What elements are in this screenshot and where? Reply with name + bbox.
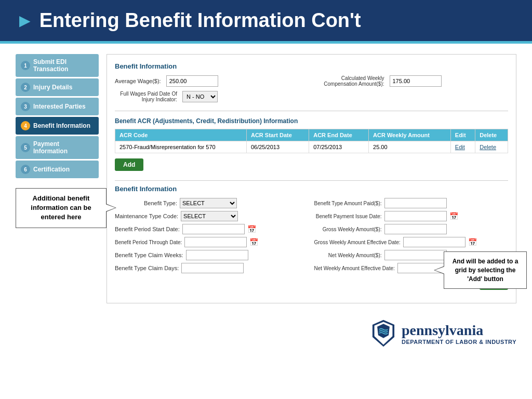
callout-right: And will be added to a grid by selecting… [444, 251, 527, 289]
sidebar-item-injury-details[interactable]: 2 Injury Details [16, 78, 99, 96]
sidebar-item-certification[interactable]: 6 Certification [16, 161, 99, 178]
calendar-icon-4[interactable]: 📅 [468, 238, 477, 246]
calc-weekly-input[interactable] [390, 75, 442, 87]
benefit-period-through-input[interactable] [184, 237, 247, 247]
sidebar-item-label: Certification [33, 166, 70, 173]
gross-weekly-input[interactable] [384, 224, 447, 234]
callout-right-text: And will be added to a grid by selecting… [453, 258, 518, 283]
pa-text: pennsylvania DEPARTMENT OF LABOR & INDUS… [402, 322, 516, 345]
acr-col-delete: Delete [475, 129, 508, 141]
calc-weekly-label: Calculated Weekly Compensation Amount($)… [317, 75, 384, 87]
page-title: Entering Benefit Information Con't [39, 9, 361, 32]
benefit-payment-issue-input[interactable] [384, 211, 447, 221]
right-fields: Calculated Weekly Compensation Amount($)… [317, 75, 509, 91]
sidebar-item-label: Interested Parties [33, 103, 86, 110]
benefit-type-label: Benefit Type: [115, 200, 177, 206]
sidebar-item-label: Injury Details [33, 84, 72, 91]
footer: pennsylvania DEPARTMENT OF LABOR & INDUS… [0, 316, 532, 350]
gross-weekly-effective-input[interactable] [403, 237, 466, 247]
benefit-payment-issue-row: Benefit Payment Issue Date: 📅 [314, 211, 509, 221]
step-1-num: 1 [21, 61, 30, 70]
step-4-num: 4 [21, 121, 30, 130]
benefit-type-select[interactable]: SELECT [180, 198, 237, 208]
benefit-type-row: Benefit Type: SELECT [115, 198, 309, 208]
page-header: ► Entering Benefit Information Con't [0, 0, 532, 41]
arrow-icon: ► [16, 10, 34, 32]
callout-left-text: Additional benefit information can be en… [31, 194, 91, 221]
benefit-info-title: Benefit Information [115, 62, 508, 70]
step-6-num: 6 [21, 165, 30, 174]
benefit-period-start-input[interactable] [182, 224, 245, 234]
benefit-claim-weeks-label: Benefit Type Claim Weeks: [115, 252, 183, 258]
benefit-type-amount-input[interactable] [384, 198, 447, 208]
maintenance-type-row: Maintenance Type Code: SELECT [115, 211, 309, 221]
callout-right-arrow-inner [435, 267, 445, 274]
benefit-claim-weeks-input[interactable] [186, 250, 248, 260]
benefit-section-title: Benefit Information [115, 185, 508, 193]
acr-add-button[interactable]: Add [115, 158, 143, 171]
benefit-claim-weeks-row: Benefit Type Claim Weeks: [115, 250, 309, 260]
avg-wage-input[interactable] [166, 75, 218, 87]
calendar-icon-2[interactable]: 📅 [247, 225, 256, 233]
callout-left-arrow-inner [105, 204, 115, 211]
full-wages-label: Full Wages Paid Date Of Injury Indicator… [115, 91, 177, 102]
pa-name: pennsylvania [402, 322, 516, 339]
avg-wage-row: Average Wage($): [115, 75, 307, 87]
step-5-num: 5 [21, 143, 30, 152]
sidebar-item-label: Submit EDI Transaction [33, 58, 94, 73]
acr-row-start: 06/25/2013 [246, 141, 309, 153]
acr-row-amount: 25.00 [369, 141, 451, 153]
benefit-period-start-label: Benefit Period Start Date: [115, 226, 180, 232]
benefit-period-through-label: Benefit Period Through Date: [115, 240, 182, 245]
gross-weekly-label: Gross Weekly Amount($): [314, 227, 382, 232]
benefit-claim-days-row: Benefit Type Claim Days: [115, 263, 309, 273]
step-2-num: 2 [21, 83, 30, 92]
acr-col-start: ACR Start Date [246, 129, 309, 141]
sidebar: 1 Submit EDI Transaction 2 Injury Detail… [16, 54, 99, 303]
gross-weekly-effective-label: Gross Weekly Amount Effective Date: [314, 240, 401, 245]
gross-weekly-row: Gross Weekly Amount($): [314, 224, 509, 234]
acr-table: ACR Code ACR Start Date ACR End Date ACR… [115, 129, 508, 153]
step-3-num: 3 [21, 102, 30, 111]
pa-dept: DEPARTMENT OF LABOR & INDUSTRY [402, 339, 516, 345]
benefit-claim-days-label: Benefit Type Claim Days: [115, 265, 179, 271]
avg-wage-label: Average Wage($): [115, 78, 161, 84]
full-wages-select[interactable]: N - NO Y - YES [182, 91, 218, 102]
acr-col-code: ACR Code [115, 129, 247, 141]
acr-row-delete[interactable]: Delete [475, 141, 508, 153]
callout-left: Additional benefit information can be en… [16, 188, 107, 228]
benefit-type-amount-label: Benefit Type Amount Paid($): [314, 201, 382, 206]
pa-logo: pennsylvania DEPARTMENT OF LABOR & INDUS… [370, 319, 516, 348]
gross-weekly-effective-row: Gross Weekly Amount Effective Date: 📅 [314, 237, 509, 247]
acr-row-edit[interactable]: Edit [450, 141, 475, 153]
net-weekly-label: Net Weekly Amount($): [314, 252, 382, 258]
acr-col-edit: Edit [450, 129, 475, 141]
sidebar-item-submit-edi[interactable]: 1 Submit EDI Transaction [16, 54, 99, 77]
benefit-type-amount-row: Benefit Type Amount Paid($): [314, 198, 509, 208]
full-wages-row: Full Wages Paid Date Of Injury Indicator… [115, 91, 307, 102]
net-weekly-effective-label: Net Weekly Amount Effective Date: [314, 265, 395, 271]
top-form-section: Average Wage($): Full Wages Paid Date Of… [115, 75, 508, 107]
benefit-period-start-row: Benefit Period Start Date: 📅 [115, 224, 309, 234]
sidebar-item-payment-information[interactable]: 5 Payment Information [16, 136, 99, 159]
left-fields: Average Wage($): Full Wages Paid Date Of… [115, 75, 307, 107]
sidebar-item-benefit-information[interactable]: 4 Benefit Information [16, 117, 99, 135]
benefit-claim-days-input[interactable] [181, 263, 244, 273]
acr-row-end: 07/25/2013 [309, 141, 369, 153]
acr-row-code: 2570-Fraud/Misrepresentation for 570 [115, 141, 247, 153]
benefit-period-through-row: Benefit Period Through Date: 📅 [115, 237, 309, 247]
calendar-icon-3[interactable]: 📅 [249, 238, 258, 246]
maintenance-type-select[interactable]: SELECT [181, 211, 238, 221]
sidebar-item-label: Benefit Information [33, 122, 90, 129]
pa-shield-icon [370, 319, 396, 348]
acr-col-end: ACR End Date [309, 129, 369, 141]
calc-weekly-row: Calculated Weekly Compensation Amount($)… [317, 75, 509, 87]
calendar-icon[interactable]: 📅 [449, 212, 458, 220]
table-row: 2570-Fraud/Misrepresentation for 570 06/… [115, 141, 508, 153]
acr-title: Benefit ACR (Adjustments, Credit, Redist… [115, 117, 508, 125]
sidebar-item-interested-parties[interactable]: 3 Interested Parties [16, 98, 99, 115]
sidebar-item-label: Payment Information [33, 140, 94, 155]
main-content: 1 Submit EDI Transaction 2 Injury Detail… [0, 44, 532, 314]
net-weekly-input[interactable] [384, 250, 447, 260]
acr-col-weekly: ACR Weekly Amount [369, 129, 451, 141]
